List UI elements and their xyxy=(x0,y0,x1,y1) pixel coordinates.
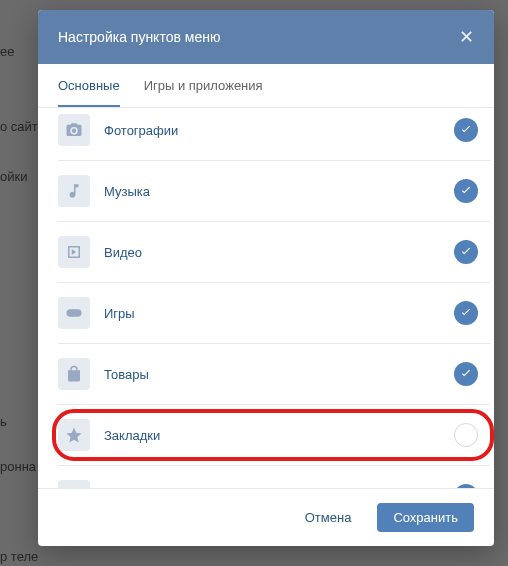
item-label: Видео xyxy=(104,245,454,260)
modal-title: Настройка пунктов меню xyxy=(58,29,220,45)
tab-main[interactable]: Основные xyxy=(58,64,120,107)
music-icon xyxy=(58,175,90,207)
item-label: Закладки xyxy=(104,428,454,443)
list-item-docs[interactable]: Документы xyxy=(58,466,490,488)
item-label: Товары xyxy=(104,367,454,382)
bag-icon xyxy=(58,358,90,390)
toggle-on-icon[interactable] xyxy=(454,362,478,386)
settings-modal: Настройка пунктов меню ✕ Основные Игры и… xyxy=(38,10,494,546)
item-label: Игры xyxy=(104,306,454,321)
close-icon[interactable]: ✕ xyxy=(459,26,474,48)
toggle-on-icon[interactable] xyxy=(454,179,478,203)
toggle-on-icon[interactable] xyxy=(454,118,478,142)
menu-items-list[interactable]: Фотографии Музыка Видео Игры xyxy=(38,108,494,488)
save-button[interactable]: Сохранить xyxy=(377,503,474,532)
tabs: Основные Игры и приложения xyxy=(38,64,494,108)
list-item-bookmarks[interactable]: Закладки xyxy=(58,405,490,466)
toggle-on-icon[interactable] xyxy=(454,301,478,325)
list-item-photos[interactable]: Фотографии xyxy=(58,108,490,161)
toggle-on-icon[interactable] xyxy=(454,484,478,488)
star-icon xyxy=(58,419,90,451)
list-item-video[interactable]: Видео xyxy=(58,222,490,283)
toggle-off-icon[interactable] xyxy=(454,423,478,447)
photo-icon xyxy=(58,114,90,146)
document-icon xyxy=(58,480,90,488)
video-icon xyxy=(58,236,90,268)
cancel-button[interactable]: Отмена xyxy=(289,503,368,532)
item-label: Фотографии xyxy=(104,123,454,138)
toggle-on-icon[interactable] xyxy=(454,240,478,264)
tab-apps[interactable]: Игры и приложения xyxy=(144,64,263,107)
list-item-games[interactable]: Игры xyxy=(58,283,490,344)
list-item-music[interactable]: Музыка xyxy=(58,161,490,222)
gamepad-icon xyxy=(58,297,90,329)
item-label: Музыка xyxy=(104,184,454,199)
modal-footer: Отмена Сохранить xyxy=(38,488,494,546)
modal-header: Настройка пунктов меню ✕ xyxy=(38,10,494,64)
list-item-market[interactable]: Товары xyxy=(58,344,490,405)
